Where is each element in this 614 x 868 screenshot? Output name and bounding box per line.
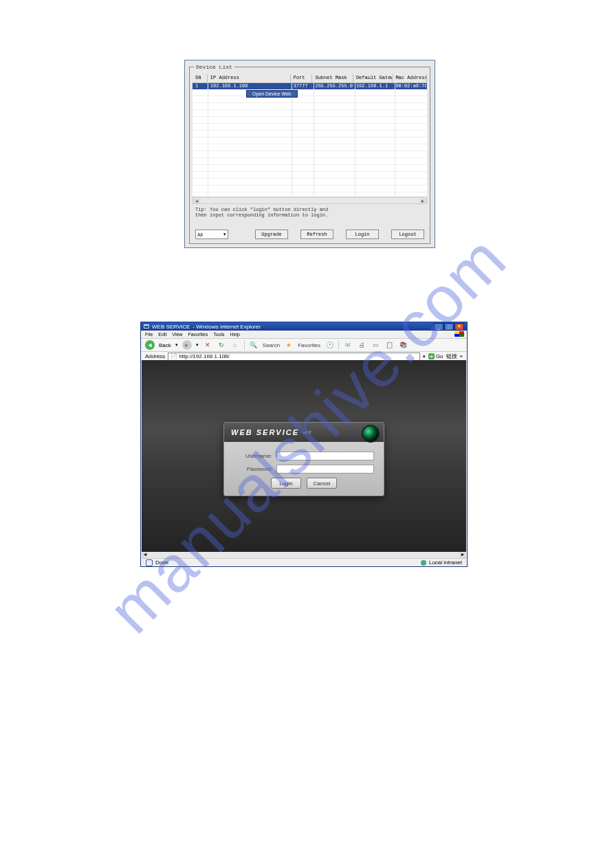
address-value: http://192.168.1.108/ bbox=[179, 353, 229, 359]
login-cancel-button[interactable]: Cancel bbox=[307, 478, 337, 489]
col-subnet[interactable]: Subnet Mask bbox=[312, 74, 353, 82]
links-chevron-icon[interactable]: » bbox=[460, 353, 463, 359]
device-table-header: SN IP Address Port Subnet Mask Default G… bbox=[193, 74, 427, 83]
title-suffix: - Windows Internet Explorer bbox=[193, 324, 261, 330]
title-prefix: WEB SERVICE bbox=[152, 324, 190, 330]
clipboard-icon[interactable]: 📋 bbox=[384, 340, 394, 350]
home-button[interactable]: ⌂ bbox=[230, 340, 240, 350]
col-mac[interactable]: Mac Address bbox=[393, 74, 427, 82]
device-list-window: Device List SN IP Address Port Subnet Ma… bbox=[184, 60, 435, 248]
refresh-button[interactable]: Refresh bbox=[300, 230, 333, 239]
viewport-scrollbar[interactable]: ◄ ► bbox=[142, 552, 466, 558]
chevron-down-icon: ▾ bbox=[223, 232, 226, 237]
ie-page-icon: 🗔 bbox=[144, 324, 149, 330]
go-arrow-icon: ➜ bbox=[428, 353, 435, 359]
favorites-label[interactable]: Favorites bbox=[298, 342, 320, 348]
favorites-icon[interactable]: ★ bbox=[284, 340, 294, 350]
login-version: v3.0 bbox=[303, 430, 311, 434]
address-chevron-icon[interactable]: ▾ bbox=[423, 354, 426, 359]
menu-tools[interactable]: Tools bbox=[213, 332, 224, 337]
device-table[interactable]: SN IP Address Port Subnet Mask Default G… bbox=[193, 74, 427, 196]
scroll-right-icon[interactable]: ► bbox=[419, 199, 426, 203]
page-icon: 📄 bbox=[171, 353, 177, 359]
tip-text: Tip: You can click "login" button direct… bbox=[195, 207, 424, 219]
context-menu-open-web[interactable]: Open Device Web bbox=[246, 90, 298, 98]
status-zone: Local intranet bbox=[429, 559, 462, 566]
col-gateway[interactable]: Default Gateway bbox=[353, 74, 393, 82]
col-port[interactable]: Port bbox=[291, 74, 313, 82]
fwd-chevron-icon[interactable]: ▾ bbox=[196, 342, 199, 348]
logout-button[interactable]: Logout bbox=[391, 230, 424, 239]
viewport-scroll-left-icon[interactable]: ◄ bbox=[142, 552, 149, 558]
edit-icon[interactable]: ▭ bbox=[371, 340, 380, 350]
filter-select[interactable]: All ▾ bbox=[195, 230, 228, 239]
back-chevron-icon[interactable]: ▾ bbox=[175, 342, 178, 348]
login-button[interactable]: Login bbox=[346, 230, 379, 239]
links-label[interactable]: 链接 bbox=[446, 353, 457, 360]
login-panel: WEB SERVICE v3.0 Username: Password: Log… bbox=[223, 422, 384, 496]
browser-toolbar: ◄ Back ▾ ► ▾ ✕ ↻ ⌂ 🔍 Search ★ Favorites … bbox=[141, 339, 467, 352]
close-button[interactable]: ✕ bbox=[454, 323, 464, 331]
refresh-button-toolbar[interactable]: ↻ bbox=[217, 340, 226, 350]
filter-value: All bbox=[197, 232, 203, 237]
browser-titlebar[interactable]: 🗔 WEB SERVICE - Windows Internet Explore… bbox=[141, 322, 467, 331]
device-list-fieldset: Device List SN IP Address Port Subnet Ma… bbox=[189, 64, 430, 244]
browser-menubar: File Edit View Favorites Tools Help bbox=[141, 331, 467, 339]
password-label: Password: bbox=[234, 466, 272, 472]
address-input[interactable]: 📄 http://192.168.1.108/ bbox=[168, 353, 420, 361]
status-done: Done bbox=[155, 559, 168, 566]
stop-button[interactable]: ✕ bbox=[203, 340, 212, 350]
menu-view[interactable]: View bbox=[172, 332, 182, 337]
login-title: WEB SERVICE bbox=[231, 428, 299, 436]
back-button[interactable]: ◄ bbox=[145, 340, 155, 350]
address-label: Address bbox=[145, 353, 165, 359]
maximize-button[interactable]: □ bbox=[444, 323, 454, 331]
browser-viewport: WEB SERVICE v3.0 Username: Password: Log… bbox=[142, 360, 466, 558]
status-bar: Done Local intranet bbox=[142, 558, 466, 566]
camera-lens-icon bbox=[362, 425, 380, 443]
mail-icon[interactable]: ✉ bbox=[343, 340, 353, 350]
print-icon[interactable]: 🖨 bbox=[357, 340, 366, 350]
zone-icon bbox=[421, 560, 426, 566]
browser-window: 🗔 WEB SERVICE - Windows Internet Explore… bbox=[140, 322, 468, 567]
done-icon bbox=[146, 559, 153, 566]
username-input[interactable] bbox=[276, 452, 374, 460]
menu-file[interactable]: File bbox=[145, 332, 153, 337]
button-row: All ▾ Upgrade Refresh Login Logout bbox=[195, 230, 424, 239]
menu-favorites[interactable]: Favorites bbox=[188, 332, 208, 337]
search-icon[interactable]: 🔍 bbox=[249, 340, 259, 350]
col-ip[interactable]: IP Address bbox=[208, 74, 291, 82]
login-header: WEB SERVICE v3.0 bbox=[224, 423, 384, 442]
forward-button[interactable]: ► bbox=[182, 340, 192, 350]
login-submit-button[interactable]: Login bbox=[271, 478, 301, 489]
minimize-button[interactable]: _ bbox=[434, 323, 443, 331]
password-input[interactable] bbox=[276, 465, 374, 474]
device-list-legend: Device List bbox=[194, 64, 234, 70]
windows-flag-icon bbox=[454, 331, 464, 337]
username-label: Username: bbox=[234, 453, 272, 459]
back-label: Back bbox=[159, 342, 171, 348]
history-icon[interactable]: 🕑 bbox=[325, 340, 334, 350]
horizontal-scrollbar[interactable]: ◄ ► bbox=[193, 197, 427, 204]
menu-edit[interactable]: Edit bbox=[158, 332, 166, 337]
col-sn[interactable]: SN bbox=[193, 74, 208, 82]
research-icon[interactable]: 📚 bbox=[398, 340, 408, 350]
scroll-left-icon[interactable]: ◄ bbox=[193, 199, 200, 203]
table-gridlines bbox=[193, 89, 427, 196]
go-button[interactable]: ➜ Go bbox=[428, 353, 443, 359]
upgrade-button[interactable]: Upgrade bbox=[255, 230, 288, 239]
viewport-scroll-right-icon[interactable]: ► bbox=[459, 552, 466, 558]
search-label[interactable]: Search bbox=[263, 342, 280, 348]
menu-help[interactable]: Help bbox=[230, 332, 240, 337]
